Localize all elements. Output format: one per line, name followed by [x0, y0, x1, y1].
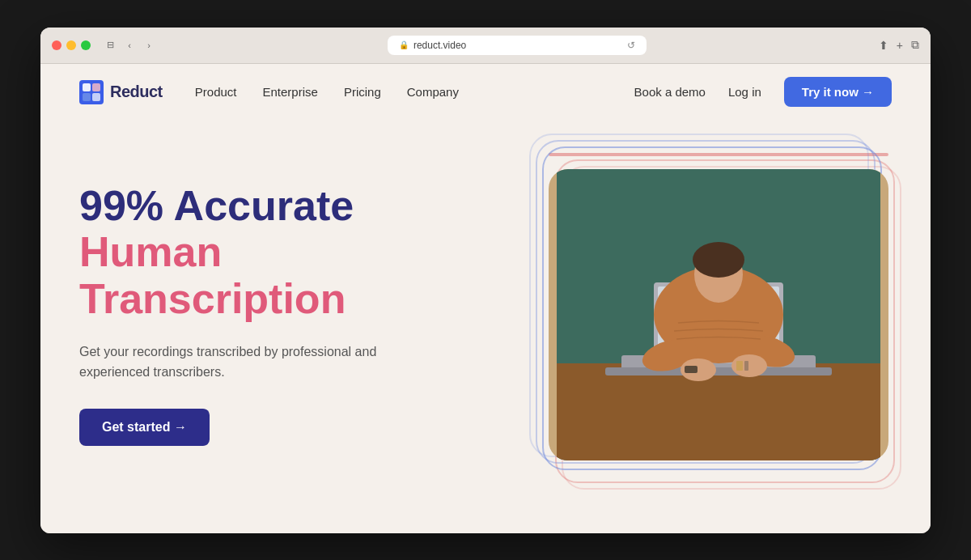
- hero-image: [549, 169, 888, 460]
- url-text: reduct.video: [413, 40, 466, 51]
- nav-links: Product Enterprise Pricing Company: [195, 85, 634, 99]
- navbar: Reduct Product Enterprise Pricing Compan…: [40, 64, 931, 121]
- address-bar[interactable]: 🔒 reduct.video ↺: [388, 36, 647, 55]
- logo-area[interactable]: Reduct: [79, 80, 163, 104]
- svg-rect-17: [736, 361, 743, 371]
- hero-title: 99% Accurate Human Transcription: [79, 183, 500, 322]
- hero-image-container: [549, 169, 888, 460]
- nav-pricing[interactable]: Pricing: [344, 85, 381, 99]
- address-bar-wrapper: 🔒 reduct.video ↺: [163, 36, 871, 55]
- reload-icon[interactable]: ↺: [627, 40, 635, 51]
- logo-icon: [79, 80, 104, 104]
- back-icon[interactable]: ‹: [123, 39, 136, 52]
- browser-actions: ⬆ + ⧉: [879, 38, 919, 52]
- maximize-button[interactable]: [81, 40, 91, 50]
- try-now-button[interactable]: Try it now →: [784, 77, 892, 107]
- browser-controls: ⊟ ‹ ›: [104, 39, 155, 52]
- hero-title-line2: Human Transcription: [79, 228, 346, 321]
- svg-rect-4: [92, 93, 100, 101]
- close-button[interactable]: [52, 40, 61, 50]
- share-icon[interactable]: ⬆: [879, 39, 888, 52]
- logo-text: Reduct: [110, 83, 163, 101]
- hero-image-area: [532, 169, 872, 460]
- hero-content: 99% Accurate Human Transcription Get you…: [79, 183, 500, 446]
- nav-book-demo[interactable]: Book a demo: [634, 85, 706, 99]
- nav-company[interactable]: Company: [407, 85, 459, 99]
- svg-rect-8: [605, 367, 832, 375]
- get-started-button[interactable]: Get started →: [79, 409, 210, 446]
- svg-rect-6: [557, 363, 880, 460]
- svg-rect-0: [79, 80, 104, 104]
- svg-rect-2: [92, 83, 100, 91]
- svg-point-20: [693, 242, 744, 278]
- browser-window: ⊟ ‹ › 🔒 reduct.video ↺ ⬆ + ⧉: [40, 28, 931, 533]
- traffic-lights: [52, 40, 91, 50]
- nav-right: Book a demo Log in Try it now →: [634, 77, 892, 107]
- page-content: Reduct Product Enterprise Pricing Compan…: [40, 64, 931, 533]
- svg-rect-18: [744, 361, 748, 371]
- hero-subtitle: Get your recordings transcribed by profe…: [79, 342, 403, 383]
- nav-login[interactable]: Log in: [728, 85, 761, 99]
- hero-section: 99% Accurate Human Transcription Get you…: [40, 121, 931, 509]
- svg-rect-16: [685, 366, 698, 373]
- hero-title-line1: 99% Accurate: [79, 182, 354, 229]
- lock-icon: 🔒: [399, 40, 409, 49]
- sidebar-toggle-icon[interactable]: ⊟: [104, 39, 117, 52]
- new-tab-icon[interactable]: +: [897, 39, 903, 52]
- minimize-button[interactable]: [66, 40, 76, 50]
- svg-rect-1: [83, 83, 91, 91]
- browser-chrome: ⊟ ‹ › 🔒 reduct.video ↺ ⬆ + ⧉: [40, 28, 931, 64]
- svg-rect-3: [83, 93, 91, 101]
- nav-product[interactable]: Product: [195, 85, 237, 99]
- forward-icon[interactable]: ›: [142, 39, 155, 52]
- nav-enterprise[interactable]: Enterprise: [263, 85, 318, 99]
- tabs-icon[interactable]: ⧉: [911, 38, 919, 52]
